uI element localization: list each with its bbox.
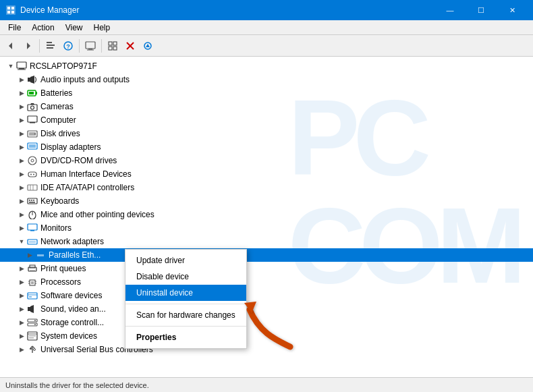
- toggle-ide[interactable]: ▶: [16, 182, 27, 193]
- toggle-cameras[interactable]: ▶: [16, 101, 27, 112]
- minimize-button[interactable]: —: [434, 0, 466, 20]
- computer-icon: [16, 61, 27, 72]
- tree-item-sound[interactable]: ▶Sound, video an...: [0, 302, 533, 316]
- svg-rect-34: [28, 116, 37, 122]
- svg-rect-57: [30, 230, 34, 231]
- toggle-network[interactable]: ▼: [16, 236, 27, 247]
- app-icon: [5, 5, 16, 16]
- toggle-batteries[interactable]: ▶: [16, 88, 27, 99]
- tree-item-processors[interactable]: ▶Processors: [0, 275, 533, 289]
- svg-marker-27: [30, 76, 34, 84]
- svg-rect-51: [31, 200, 32, 201]
- icon-network: [27, 236, 38, 247]
- tree-item-cameras[interactable]: ▶Cameras: [0, 100, 533, 113]
- svg-rect-49: [28, 198, 37, 204]
- toggle-processors[interactable]: ▶: [16, 277, 27, 287]
- label-parallels: Parallels Eth...: [49, 250, 101, 260]
- root-toggle[interactable]: ▼: [5, 61, 16, 72]
- tree-item-ide[interactable]: ▶IDE ATA/ATAPI controllers: [0, 181, 533, 194]
- tree-item-hid[interactable]: ▶Human Interface Devices: [0, 167, 533, 181]
- status-bar: Uninstalls the driver for the selected d…: [0, 377, 533, 392]
- icon-cameras: [27, 101, 38, 112]
- svg-rect-64: [30, 270, 35, 271]
- tree-item-keyboards[interactable]: ▶Keyboards: [0, 194, 533, 208]
- toggle-computer[interactable]: ▶: [16, 115, 27, 125]
- menu-item-file[interactable]: File: [3, 20, 26, 34]
- icon-batteries: [27, 88, 38, 99]
- properties-button[interactable]: [43, 38, 59, 54]
- svg-rect-4: [11, 11, 14, 13]
- svg-rect-61: [37, 254, 44, 256]
- svg-point-45: [33, 174, 34, 175]
- label-batteries: Batteries: [40, 88, 72, 98]
- expand-button[interactable]: [105, 38, 121, 54]
- maximize-button[interactable]: ☐: [466, 0, 497, 20]
- svg-rect-26: [28, 78, 30, 82]
- svg-rect-16: [109, 47, 112, 50]
- label-computer: Computer: [40, 115, 76, 125]
- tree-item-software[interactable]: ▶Software devices: [0, 289, 533, 302]
- toggle-disk[interactable]: ▶: [16, 128, 27, 139]
- help-button[interactable]: ?: [60, 38, 76, 54]
- tree-item-dvd[interactable]: ▶DVD/CD-ROM drives: [0, 154, 533, 167]
- menu-separator: [125, 304, 246, 304]
- scan-button[interactable]: [140, 38, 156, 54]
- toggle-sound[interactable]: ▶: [16, 304, 27, 314]
- label-audio: Audio inputs and outputs: [40, 75, 130, 84]
- tree-item-print[interactable]: ▶Print queues: [0, 262, 533, 275]
- close-button[interactable]: ✕: [497, 0, 528, 20]
- context-menu-item-properties[interactable]: Properties: [125, 329, 246, 345]
- label-print: Print queues: [40, 264, 86, 273]
- context-menu-item-uninstall[interactable]: Uninstall device: [125, 285, 246, 301]
- tree-item-parallels[interactable]: ▶Parallels Eth...: [0, 248, 533, 262]
- tree-item-system[interactable]: ▶System devices: [0, 329, 533, 343]
- svg-marker-5: [9, 43, 12, 49]
- toggle-parallels[interactable]: ▶: [24, 250, 35, 260]
- tree-item-storage[interactable]: ▶Storage controll...: [0, 316, 533, 329]
- tree-item-computer[interactable]: ▶Computer: [0, 113, 533, 127]
- context-menu-item-update[interactable]: Update driver: [125, 252, 246, 269]
- svg-rect-30: [29, 92, 34, 94]
- menu-item-help[interactable]: Help: [88, 20, 116, 34]
- forward-button[interactable]: [20, 38, 36, 54]
- menu-item-action[interactable]: Action: [26, 20, 59, 34]
- svg-text:?: ?: [66, 43, 70, 50]
- menu-item-view[interactable]: View: [60, 20, 88, 34]
- label-storage: Storage controll...: [40, 318, 104, 327]
- device-tree[interactable]: ▼ RCSLAPTOP971F ▶Audio inputs and output…: [0, 57, 533, 377]
- toggle-display[interactable]: ▶: [16, 142, 27, 152]
- svg-rect-13: [88, 49, 92, 50]
- uninstall-button[interactable]: [122, 38, 138, 54]
- svg-rect-31: [28, 105, 37, 111]
- icon-keyboards: [27, 196, 38, 206]
- tree-item-usb[interactable]: ▶Universal Serial Bus controllers: [0, 343, 533, 356]
- toggle-audio[interactable]: ▶: [16, 74, 27, 85]
- status-text: Uninstalls the driver for the selected d…: [5, 381, 149, 389]
- tree-item-audio[interactable]: ▶Audio inputs and outputs: [0, 73, 533, 86]
- icon-dvd: [27, 155, 38, 166]
- tree-item-disk[interactable]: ▶Disk drives: [0, 127, 533, 140]
- toggle-usb[interactable]: ▶: [16, 344, 27, 355]
- toggle-monitors[interactable]: ▶: [16, 223, 27, 233]
- toggle-print[interactable]: ▶: [16, 263, 27, 274]
- tree-item-network[interactable]: ▼Network adapters: [0, 235, 533, 248]
- tree-item-monitors[interactable]: ▶Monitors: [0, 221, 533, 235]
- toolbar-sep-3: [101, 39, 102, 53]
- toggle-system[interactable]: ▶: [16, 331, 27, 341]
- toggle-storage[interactable]: ▶: [16, 317, 27, 328]
- tree-item-mice[interactable]: ▶Mice and other pointing devices: [0, 208, 533, 221]
- context-menu-item-disable[interactable]: Disable device: [125, 269, 246, 285]
- tree-item-batteries[interactable]: ▶Batteries: [0, 86, 533, 100]
- monitor-button[interactable]: [82, 38, 99, 54]
- tree-root[interactable]: ▼ RCSLAPTOP971F: [0, 59, 533, 73]
- context-menu-item-scan[interactable]: Scan for hardware changes: [125, 307, 246, 323]
- window-controls: — ☐ ✕: [434, 0, 528, 20]
- toggle-hid[interactable]: ▶: [16, 169, 27, 179]
- toggle-keyboards[interactable]: ▶: [16, 196, 27, 206]
- toggle-dvd[interactable]: ▶: [16, 155, 27, 166]
- back-button[interactable]: [3, 38, 19, 54]
- tree-item-display[interactable]: ▶Display adapters: [0, 140, 533, 154]
- toggle-mice[interactable]: ▶: [16, 209, 27, 220]
- label-network: Network adapters: [40, 237, 104, 246]
- toggle-software[interactable]: ▶: [16, 290, 27, 301]
